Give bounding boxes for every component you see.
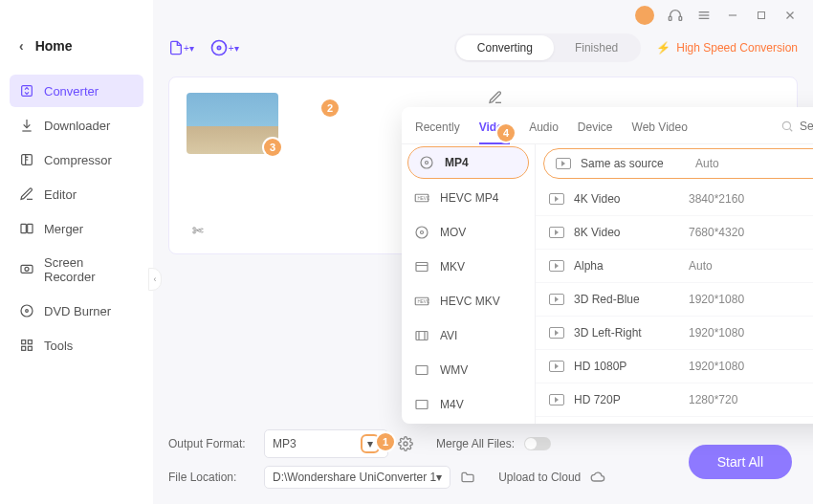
- popover-tab-audio[interactable]: Audio: [529, 117, 559, 143]
- sidebar-item-label: Converter: [44, 84, 99, 99]
- video-icon: [549, 361, 564, 372]
- svg-rect-8: [22, 340, 26, 344]
- svg-point-30: [404, 442, 407, 446]
- chevron-left-icon: ‹: [19, 38, 24, 54]
- svg-point-13: [217, 46, 220, 49]
- sidebar-item-compressor[interactable]: Compressor: [10, 143, 143, 176]
- svg-point-16: [426, 162, 428, 164]
- search-input[interactable]: [800, 120, 813, 133]
- compressor-icon: [19, 152, 34, 167]
- chevron-down-icon: ▾: [436, 471, 442, 484]
- popover-tab-web-video[interactable]: Web Video: [632, 117, 688, 143]
- avatar[interactable]: [635, 6, 654, 25]
- format-wmv[interactable]: WMV: [402, 353, 535, 387]
- resolution-3d-left-right[interactable]: 3D Left-Right1920*1080: [536, 317, 813, 350]
- resolution-hd-1080p[interactable]: HD 1080P1920*1080: [536, 350, 813, 383]
- sidebar-item-converter[interactable]: Converter: [10, 75, 143, 107]
- tools-icon: [19, 338, 34, 353]
- format-hevc-mp4[interactable]: HEVCHEVC MP4: [402, 181, 535, 215]
- main-area: +▾ +▾ Converting Finished ⚡ High Speed C…: [153, 0, 813, 504]
- video-icon: [549, 193, 564, 205]
- svg-point-6: [21, 305, 33, 317]
- svg-text:HEVC: HEVC: [418, 196, 430, 201]
- merge-label: Merge All Files:: [436, 437, 515, 450]
- resolution-label: Alpha: [574, 259, 689, 273]
- format-label: AVI: [440, 329, 457, 342]
- resolution-label: Same as source: [581, 157, 695, 170]
- format-avi[interactable]: AVI: [402, 318, 535, 353]
- resolution-hd-720p[interactable]: HD 720P1280*720: [536, 383, 813, 417]
- merge-toggle[interactable]: [524, 437, 551, 450]
- format-mkv[interactable]: MKV: [402, 250, 535, 284]
- format-search[interactable]: [780, 120, 813, 133]
- file-location-select[interactable]: D:\Wondershare UniConverter 1 ▾: [264, 466, 450, 489]
- resolution-8k-video[interactable]: 8K Video7680*4320: [536, 216, 813, 250]
- segment-converting[interactable]: Converting: [456, 35, 554, 60]
- add-file-button[interactable]: +▾: [168, 40, 194, 55]
- home-nav[interactable]: ‹ Home: [10, 33, 143, 59]
- headset-icon[interactable]: [668, 8, 683, 23]
- bolt-icon: ⚡: [656, 41, 670, 55]
- open-folder-button[interactable]: [460, 470, 475, 485]
- format-icon: HEVC: [413, 293, 430, 310]
- start-all-button[interactable]: Start All: [689, 445, 792, 479]
- sidebar-item-merger[interactable]: Merger: [10, 212, 143, 245]
- format-icon: [413, 362, 430, 379]
- video-icon: [549, 294, 564, 305]
- home-label: Home: [35, 38, 73, 54]
- format-mov[interactable]: MOV: [402, 215, 535, 250]
- output-format-label: Output Format:: [168, 437, 254, 450]
- cloud-icon[interactable]: [590, 470, 605, 485]
- popover-tab-device[interactable]: Device: [578, 117, 613, 143]
- format-mp4[interactable]: MP4: [407, 146, 529, 179]
- format-hevc-mkv[interactable]: HEVCHEVC MKV: [402, 284, 535, 318]
- output-format-select[interactable]: MP3 ▾: [264, 429, 388, 458]
- minimize-button[interactable]: [725, 8, 740, 23]
- close-button[interactable]: [782, 8, 798, 23]
- status-segment: Converting Finished: [454, 33, 641, 62]
- resolution-list: Same as sourceAuto4K Video3840*21608K Vi…: [536, 144, 813, 424]
- resolution-alpha[interactable]: AlphaAuto: [536, 250, 813, 283]
- sidebar-item-downloader[interactable]: Downloader: [10, 109, 143, 142]
- sidebar-item-editor[interactable]: Editor: [10, 178, 143, 210]
- downloader-icon: [19, 118, 34, 133]
- resolution-size: 7680*4320: [689, 226, 784, 239]
- format-m4v[interactable]: M4V: [402, 387, 535, 422]
- popover-tab-recently[interactable]: Recently: [415, 117, 460, 143]
- segment-finished[interactable]: Finished: [554, 35, 639, 60]
- add-dvd-button[interactable]: +▾: [209, 38, 239, 57]
- rename-button[interactable]: [488, 90, 503, 105]
- format-label: HEVC MKV: [440, 295, 500, 308]
- sidebar-item-label: Compressor: [44, 153, 112, 167]
- sidebar-item-recorder[interactable]: Screen Recorder: [10, 247, 143, 293]
- maximize-button[interactable]: [754, 8, 769, 23]
- format-label: WMV: [440, 363, 468, 377]
- resolution-3d-red-blue[interactable]: 3D Red-Blue1920*1080: [536, 283, 813, 317]
- resolution-4k-video[interactable]: 4K Video3840*2160: [536, 183, 813, 216]
- svg-rect-28: [416, 366, 428, 375]
- high-speed-conversion[interactable]: ⚡ High Speed Conversion: [656, 41, 798, 55]
- resolution-size: 1920*1080: [689, 326, 784, 340]
- sidebar-item-label: Editor: [44, 187, 77, 202]
- hint-badge-1: 1: [377, 433, 394, 450]
- sidebar-item-tools[interactable]: Tools: [10, 329, 143, 362]
- format-label: MP4: [445, 156, 469, 169]
- format-label: MOV: [440, 226, 466, 239]
- resolution-size: 1920*1080: [689, 293, 784, 306]
- format-icon: [413, 224, 430, 241]
- format-popover: RecentlyVideoAudioDeviceWeb Video MP4HEV…: [402, 107, 813, 424]
- resolution-same-as-source[interactable]: Same as sourceAuto: [543, 148, 813, 179]
- sidebar-item-label: Tools: [44, 339, 73, 353]
- sidebar-item-dvd[interactable]: DVD Burner: [10, 295, 143, 327]
- settings-icon[interactable]: [398, 436, 413, 451]
- svg-rect-11: [28, 346, 32, 350]
- resolution-label: 3D Left-Right: [574, 326, 689, 340]
- resolution-label: 3D Red-Blue: [574, 293, 689, 306]
- svg-point-12: [211, 41, 226, 55]
- file-plus-icon: [168, 40, 184, 55]
- hint-badge-3: 3: [264, 139, 281, 156]
- video-icon: [549, 327, 564, 339]
- trim-button[interactable]: ✄: [192, 223, 278, 238]
- resolution-label: HD 1080P: [574, 360, 689, 373]
- menu-icon[interactable]: [696, 8, 712, 23]
